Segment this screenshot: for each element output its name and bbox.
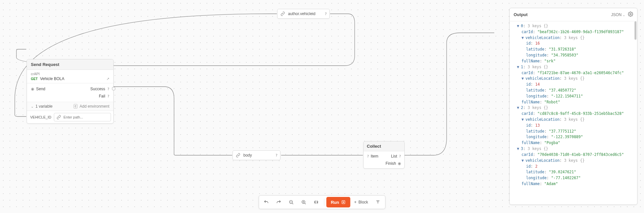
zoom-in-button[interactable] [298, 197, 309, 207]
add-block-label: Block [358, 200, 368, 204]
variable-name: VEHICLE_ID [30, 115, 51, 119]
zoom-out-button[interactable] [285, 197, 297, 207]
run-button[interactable]: Run [326, 197, 350, 207]
pipe-author-vehicleid[interactable]: author.vehicleid ? [277, 9, 330, 19]
output-title: Output [514, 12, 528, 17]
port-list-label[interactable]: List [391, 154, 397, 159]
output-view-mode[interactable]: JSON ⌄ [611, 12, 625, 17]
node-send-request[interactable]: Send Request crAPI GET Vehicle BOLA ↗ ◉ … [27, 59, 114, 124]
radio-icon: ◉ [398, 161, 401, 166]
node-collect[interactable]: Collect ? Item List ? Finish ◉ [363, 141, 405, 169]
gear-icon[interactable] [628, 11, 633, 18]
open-request-icon[interactable]: ↗ [106, 77, 109, 81]
node-title: Collect [367, 144, 381, 149]
pipe-expression: author.vehicleid [288, 11, 322, 16]
variable-path-input[interactable] [63, 115, 109, 119]
scrollbar-thumb[interactable] [634, 21, 636, 40]
redo-button[interactable] [273, 197, 284, 207]
svg-point-0 [630, 13, 631, 15]
run-button-label: Run [331, 200, 339, 205]
port-success[interactable]: ? [107, 87, 109, 91]
port-finish-label[interactable]: Finish [386, 161, 396, 166]
node-title: Send Request [31, 62, 59, 67]
port-success-label[interactable]: Success [90, 87, 105, 91]
port-item-label[interactable]: Item [371, 154, 378, 159]
port-item-in[interactable]: ? [367, 154, 369, 159]
port-fail[interactable]: ? [107, 94, 109, 98]
pipe-body[interactable]: body ? [233, 150, 280, 160]
port-fail-label[interactable]: Fail [99, 94, 105, 98]
undo-button[interactable] [260, 197, 272, 207]
link-icon [280, 11, 285, 16]
fit-view-button[interactable] [310, 197, 322, 207]
pipe-out-port[interactable]: ? [324, 12, 327, 16]
pipe-out-port[interactable]: ? [275, 153, 278, 158]
add-text-button[interactable] [372, 197, 384, 207]
request-name[interactable]: Vehicle BOLA [40, 76, 64, 81]
canvas-toolbar: Run + Block [258, 195, 386, 209]
http-method-tag: GET [31, 77, 38, 81]
chevron-down-icon[interactable]: ⌄ [31, 105, 33, 108]
variable-path-input-wrap[interactable] [54, 113, 111, 121]
plus-icon: + [354, 200, 356, 204]
add-environment-link[interactable]: Add environment [79, 104, 109, 109]
out-port-success[interactable] [112, 87, 115, 90]
port-send-label[interactable]: Send [36, 87, 45, 91]
request-source-label: crAPI [31, 72, 109, 76]
link-icon [235, 153, 241, 158]
output-panel: Output JSON ⌄ ▼0: 3 keys {}carId: "beaf3… [509, 8, 637, 205]
port-list-out[interactable]: ? [399, 154, 401, 159]
pipe-expression: body [243, 153, 273, 158]
variables-summary[interactable]: 1 variable [35, 104, 53, 109]
env-icon: E [74, 104, 78, 109]
output-json-tree[interactable]: ▼0: 3 keys {}carId: "beaf362c-1b26-4609-… [510, 21, 637, 189]
toolbar-divider [324, 199, 324, 206]
radio-icon: ◉ [31, 87, 34, 91]
link-icon [56, 115, 61, 120]
add-block-button[interactable]: + Block [351, 197, 371, 207]
